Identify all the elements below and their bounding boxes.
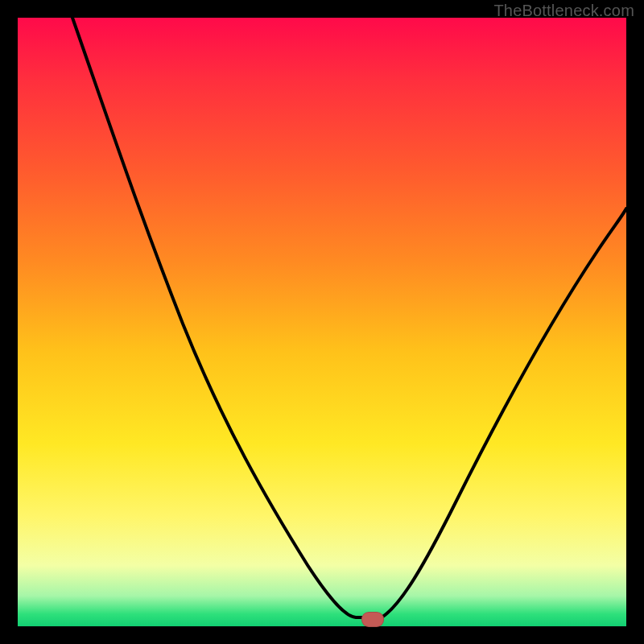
curve-right-branch [382, 208, 626, 617]
bottleneck-curve [18, 18, 626, 626]
chart-frame: { "watermark": "TheBottleneck.com", "cha… [0, 0, 644, 644]
plot-area [18, 18, 626, 626]
min-marker [361, 612, 384, 627]
watermark-text: TheBottleneck.com [493, 2, 634, 20]
curve-left-branch [72, 18, 372, 617]
